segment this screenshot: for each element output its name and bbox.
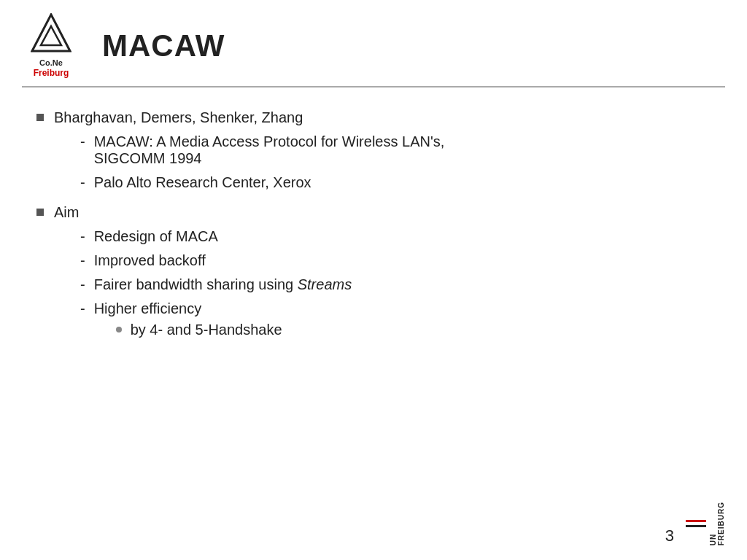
page-number: 3 xyxy=(665,526,674,545)
logo: Co.Ne Freiburg xyxy=(22,13,80,79)
uni-top-text: UN xyxy=(709,534,717,545)
sub-item-efficiency: - Higher efficiency by 4- and 5-Handshak… xyxy=(80,300,711,343)
dash-icon: - xyxy=(80,252,85,269)
aim-sub-list: - Redesign of MACA - Improved backoff - … xyxy=(80,228,711,343)
aim-section: Aim - Redesign of MACA - Improved backof… xyxy=(36,204,711,343)
redesign-text: Redesign of MACA xyxy=(94,228,218,245)
uni-text-block: UN FREIBURG xyxy=(709,502,725,545)
logo-icon xyxy=(31,13,71,57)
slide-header: Co.Ne Freiburg MACAW xyxy=(0,0,747,86)
sub-item-redesign: - Redesign of MACA xyxy=(80,228,711,245)
sub-item-parc: - Palo Alto Research Center, Xerox xyxy=(80,174,711,191)
bullet-square-icon xyxy=(36,209,44,216)
aim-bullet: Aim xyxy=(36,204,711,221)
dash-icon: - xyxy=(80,300,85,317)
slide-title: MACAW xyxy=(102,28,225,63)
authors-section: Bharghavan, Demers, Shenker, Zhang - MAC… xyxy=(36,109,711,191)
handshake-list: by 4- and 5-Handshake xyxy=(116,322,282,338)
parc-text: Palo Alto Research Center, Xerox xyxy=(94,174,311,191)
dash-icon: - xyxy=(80,228,85,245)
aim-label: Aim xyxy=(54,204,79,221)
backoff-text: Improved backoff xyxy=(94,252,206,269)
efficiency-text: Higher efficiency xyxy=(94,300,201,316)
handshake-text: by 4- and 5-Handshake xyxy=(131,322,282,338)
macaw-paper-text: MACAW: A Media Access Protocol for Wirel… xyxy=(94,133,445,167)
uni-freiburg-logo: UN FREIBURG xyxy=(686,502,725,545)
slide-footer: 3 UN FREIBURG xyxy=(665,502,725,545)
sub-item-macaw: - MACAW: A Media Access Protocol for Wir… xyxy=(80,133,711,167)
authors-sub-list: - MACAW: A Media Access Protocol for Wir… xyxy=(80,133,711,191)
efficiency-container: Higher efficiency by 4- and 5-Handshake xyxy=(94,300,282,343)
uni-black-line xyxy=(686,525,706,527)
dash-icon: - xyxy=(80,133,85,150)
bullet-dot-icon xyxy=(116,327,122,332)
logo-freiburg-text: Freiburg xyxy=(34,68,69,78)
dash-icon: - xyxy=(80,276,85,293)
bandwidth-text: Fairer bandwidth sharing using Streams xyxy=(94,276,352,293)
handshake-item: by 4- and 5-Handshake xyxy=(116,322,282,338)
header-divider xyxy=(22,86,725,88)
authors-bullet: Bharghavan, Demers, Shenker, Zhang xyxy=(36,109,711,126)
sub-item-bandwidth: - Fairer bandwidth sharing using Streams xyxy=(80,276,711,293)
logo-cone-text: Co.Ne xyxy=(34,58,69,68)
slide-content: Bharghavan, Demers, Shenker, Zhang - MAC… xyxy=(0,102,747,363)
authors-label: Bharghavan, Demers, Shenker, Zhang xyxy=(54,109,303,126)
sub-item-backoff: - Improved backoff xyxy=(80,252,711,269)
uni-lines-container xyxy=(686,502,706,545)
dash-icon: - xyxy=(80,174,85,191)
bullet-square-icon xyxy=(36,114,44,121)
streams-italic: Streams xyxy=(298,276,352,292)
uni-bottom-text: FREIBURG xyxy=(717,502,725,545)
uni-red-line xyxy=(686,520,706,522)
